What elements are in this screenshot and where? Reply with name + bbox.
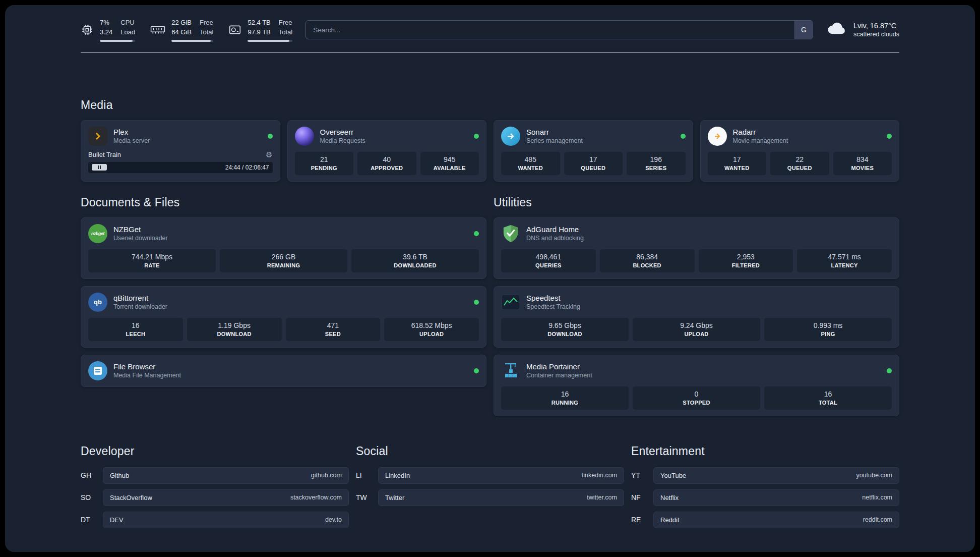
stat-value: 0.993 ms — [766, 321, 890, 329]
stat-value: 0 — [635, 390, 758, 398]
stat-queued: 17 QUEUED — [564, 152, 623, 175]
stat-downloaded: 39.6 TB DOWNLOADED — [351, 249, 479, 272]
app-card-nzbget[interactable]: nzbget NZBGet Usenet downloader 744.21 M… — [81, 217, 486, 279]
disk-widget: 52.4 TB 97.9 TB Free Total — [228, 18, 292, 42]
stat-label: RUNNING — [503, 400, 627, 406]
stats-row: 485 WANTED 17 QUEUED 196 SERIES — [501, 152, 686, 175]
settings-gear-icon[interactable]: ⚙ — [266, 151, 272, 158]
topbar-divider — [81, 52, 899, 53]
adguard-shield-icon — [501, 224, 520, 243]
app-card-adguard[interactable]: AdGuard Home DNS and adblocking 498,461 … — [494, 217, 899, 279]
stats-row: 16 RUNNING 0 STOPPED 16 TOTAL — [501, 386, 892, 410]
app-subtitle: Speedtest Tracking — [526, 303, 892, 310]
stat-value: 47.571 ms — [799, 253, 890, 261]
app-names: Plex Media server — [113, 128, 262, 144]
bookmark-reddit[interactable]: RE Reddit reddit.com — [631, 512, 899, 528]
cpu-widget: 7% 3.24 CPU Load — [81, 18, 135, 42]
stat-label: WANTED — [710, 165, 765, 171]
bookmark-github[interactable]: GH Github github.com — [81, 467, 349, 484]
memory-usage-bar — [171, 40, 213, 42]
app-names: File Browser Media File Management — [113, 362, 468, 379]
stat-label: MOVIES — [835, 165, 890, 171]
search-engine-button[interactable]: G — [794, 21, 813, 39]
bookmark-dev[interactable]: DT DEV dev.to — [81, 512, 349, 528]
ram-icon — [150, 24, 165, 36]
bookmark-url: youtube.com — [856, 472, 892, 479]
bookmark-twitter[interactable]: TW Twitter twitter.com — [356, 489, 624, 506]
app-card-plex[interactable]: Plex Media server Bullet Train ⚙ 24:44 /… — [81, 120, 280, 182]
stat-label: SEED — [288, 331, 379, 337]
app-names: Speedtest Speedtest Tracking — [526, 294, 892, 310]
topbar: 7% 3.24 CPU Load — [81, 18, 899, 42]
app-name: Overseerr — [320, 128, 468, 136]
stats-row: 16 LEECH 1.19 Gbps DOWNLOAD 471 SEED — [88, 318, 479, 341]
app-name: File Browser — [113, 362, 468, 371]
bookmark-url: stackoverflow.com — [290, 494, 342, 501]
app-card-portainer[interactable]: Media Portainer Container management 16 … — [494, 355, 899, 416]
memory-total-value: 64 GiB — [171, 28, 192, 37]
stat-series: 196 SERIES — [627, 152, 686, 175]
app-card-overseerr[interactable]: Overseerr Media Requests 21 PENDING 40 A… — [287, 120, 487, 182]
app-name: AdGuard Home — [526, 225, 892, 234]
status-indicator — [887, 368, 892, 373]
app-card-speedtest[interactable]: Speedtest Speedtest Tracking 9.65 Gbps D… — [494, 286, 899, 348]
stats-row: 21 PENDING 40 APPROVED 945 AVAILABLE — [295, 152, 479, 175]
stat-label: DOWNLOAD — [503, 331, 627, 337]
app-names: AdGuard Home DNS and adblocking — [526, 225, 892, 242]
bookmark-stackoverflow[interactable]: SO StackOverflow stackoverflow.com — [81, 489, 349, 506]
sonarr-icon — [501, 127, 520, 146]
section-developer: Developer GH Github github.com SO StackO… — [81, 444, 349, 528]
stat-wanted: 485 WANTED — [501, 152, 560, 175]
stat-label: BLOCKED — [602, 262, 693, 268]
plex-icon — [88, 127, 107, 146]
disk-total-label: Total — [279, 28, 292, 37]
screen-frame: 7% 3.24 CPU Load — [0, 0, 980, 557]
app-name: Radarr — [733, 128, 881, 136]
bookmark-netflix[interactable]: NF Netflix netflix.com — [631, 489, 899, 506]
bookmark-url: linkedin.com — [582, 472, 617, 479]
stat-stopped: 0 STOPPED — [633, 386, 760, 410]
section-title-entertainment: Entertainment — [631, 444, 899, 458]
now-playing-widget: Bullet Train ⚙ 24:44 / 02:06:47 — [88, 151, 273, 173]
search-input[interactable] — [306, 21, 794, 39]
stat-label: STOPPED — [635, 400, 758, 406]
bookmark-abbr: DT — [81, 516, 96, 524]
cpu-load-label: Load — [120, 28, 135, 37]
app-names: NZBGet Usenet downloader — [113, 225, 468, 242]
stat-value: 16 — [503, 390, 627, 398]
section-title-utilities: Utilities — [494, 196, 899, 209]
stat-label: LEECH — [90, 331, 181, 337]
app-card-filebrowser[interactable]: File Browser Media File Management — [81, 355, 486, 387]
section-documents: Documents & Files nzbget NZBGet Usenet d… — [81, 196, 486, 416]
app-name: NZBGet — [113, 225, 468, 234]
app-card-radarr[interactable]: Radarr Movie management 17 WANTED 22 QUE… — [700, 120, 900, 182]
playback-progress-bar[interactable]: 24:44 / 02:06:47 — [88, 162, 273, 173]
stats-row: 498,461 QUERIES 86,384 BLOCKED 2,953 FIL… — [501, 249, 892, 272]
app-name: qBittorrent — [113, 294, 468, 302]
card-header: Plex Media server — [88, 127, 273, 146]
section-title-social: Social — [356, 444, 624, 458]
app-card-qbittorrent[interactable]: qb qBittorrent Torrent downloader 16 LEE… — [81, 286, 486, 348]
stat-value: 9.65 Gbps — [503, 321, 627, 329]
section-entertainment: Entertainment YT YouTube youtube.com NF … — [631, 444, 899, 528]
stat-total: 16 TOTAL — [764, 386, 892, 410]
bookmark-name: YouTube — [660, 472, 686, 479]
section-utilities: Utilities — [494, 196, 899, 416]
status-indicator — [474, 231, 479, 236]
bookmark-abbr: SO — [81, 493, 96, 502]
app-card-sonarr[interactable]: Sonarr Series management 485 WANTED 17 Q… — [494, 120, 693, 182]
pause-button[interactable] — [92, 164, 107, 171]
cpu-percent: 7% — [100, 18, 112, 28]
bookmark-youtube[interactable]: YT YouTube youtube.com — [631, 467, 899, 484]
bookmark-linkedin[interactable]: LI LinkedIn linkedin.com — [356, 467, 624, 484]
bookmark-abbr: NF — [631, 493, 646, 502]
card-header: Speedtest Speedtest Tracking — [501, 293, 892, 312]
stat-upload: 9.24 Gbps UPLOAD — [633, 318, 760, 341]
cpu-loadavg: 3.24 — [100, 28, 112, 37]
stat-value: 39.6 TB — [353, 253, 477, 261]
stat-label: WANTED — [503, 165, 558, 171]
memory-total-label: Total — [200, 28, 213, 37]
stat-seed: 471 SEED — [286, 318, 381, 341]
stat-queries: 498,461 QUERIES — [501, 249, 596, 272]
stats-row: 744.21 Mbps RATE 266 GB REMAINING 39.6 T… — [88, 249, 479, 272]
